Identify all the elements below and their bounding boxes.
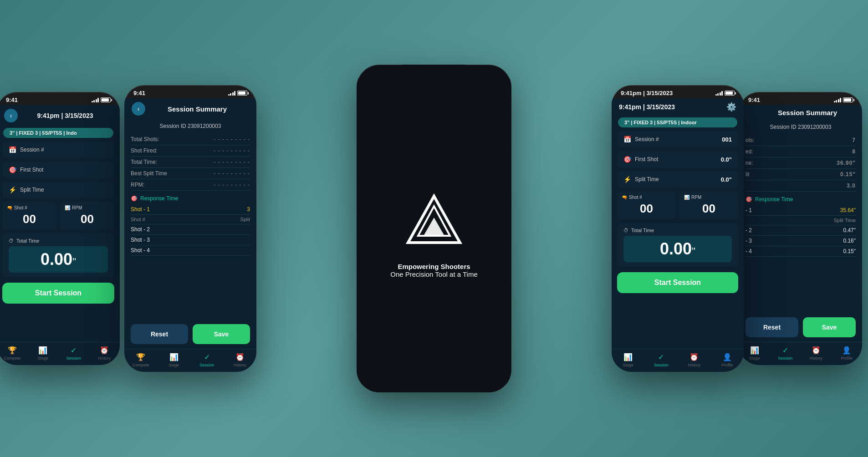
shot-label-right1: Shot # (629, 195, 642, 200)
total-shots-row-right2: ots: 7 (745, 135, 856, 146)
total-time-row-right2: ne: 36.90" (745, 157, 856, 169)
response-time-header-left1: 🎯 Response Time (131, 195, 250, 202)
total-time-label-right1: Total Time (631, 228, 654, 233)
nav-stage-right2[interactable]: 📊 Stage (739, 346, 770, 361)
shot-card-left2: 🔫 Shot # 00 (2, 202, 56, 230)
stage-icon-r2: 📊 (750, 346, 759, 355)
rpm-label-right1: RPM (691, 195, 701, 200)
bottom-nav-left2: 🏆 Compete 📊 Stage ✓ Session ⏰ History (0, 342, 120, 365)
compete-icon-l1: 🏆 (136, 353, 145, 361)
start-session-button-right1[interactable]: Start Session (617, 272, 738, 293)
tagline-2: One Precision Tool at a Time (390, 270, 477, 278)
header-right2: Session Summary (739, 105, 862, 120)
shot-label-left2: Shot # (14, 205, 27, 210)
status-bar-right2: 9:41 (739, 92, 862, 105)
start-session-button-left2[interactable]: Start Session (2, 283, 114, 304)
status-time-right1: 9:41pm | 3/15/2023 (621, 90, 673, 96)
status-time-left2: 9:41 (6, 96, 18, 103)
stage-icon-l1: 📊 (169, 353, 179, 361)
nav-stage-left2[interactable]: 📊 Stage (28, 346, 59, 361)
shot-col-headers-left1: Shot # Split (131, 215, 250, 224)
phone-right2: 9:41 Session Summary Session ID 23091200… (739, 92, 862, 365)
nav-profile-right2[interactable]: 👤 Profile (832, 346, 863, 361)
app-logo (404, 193, 464, 254)
nav-stage-left1[interactable]: 📊 Stage (158, 353, 191, 367)
response-icon-left1: 🎯 (131, 195, 138, 202)
rpm-icon-right1: 📊 (684, 195, 689, 200)
back-button-left2[interactable]: ‹ (4, 109, 18, 122)
calendar-icon-left2: 📅 (9, 146, 16, 153)
rpm-row-right2: 3.0 (745, 180, 856, 192)
phones-container: 9:41 ‹ 9:41pm | 3/15/2023 3" | FIXED 3 |… (24, 10, 844, 447)
splash-screen: Empowering Shooters One Precision Tool a… (357, 78, 511, 392)
first-shot-label-left2: First Shot (20, 167, 43, 173)
total-time-row-left1: Total Time: - - - - - - - - - (131, 157, 250, 168)
nav-session-left2[interactable]: ✓ Session (58, 346, 89, 361)
session-label-right1: Session # (635, 136, 659, 142)
notch (402, 65, 466, 78)
reset-button-left1[interactable]: Reset (131, 324, 188, 344)
status-icons-right2 (834, 97, 853, 102)
save-button-left1[interactable]: Save (193, 324, 250, 344)
header-title-right2: Session Summary (778, 109, 837, 117)
split-time-label-right1: Split Time (635, 176, 659, 183)
history-icon-r1: ⏰ (689, 353, 699, 361)
status-time-left1: 9:41 (133, 90, 145, 96)
total-time-card-right1: ⏱ Total Time 0.00" (617, 223, 738, 267)
nav-stage-right1[interactable]: 📊 Stage (612, 353, 645, 367)
split-time-label-left2: Split Time (20, 187, 44, 193)
tagline-1: Empowering Shooters (398, 263, 470, 270)
gear-icon-right1[interactable]: ⚙️ (726, 102, 736, 112)
shot4-row-left1: Shot - 4 (131, 245, 250, 256)
split-time-val-right1: 0.0" (721, 176, 732, 183)
shot-fired-row-right2: ed: 8 (745, 146, 856, 157)
rpm-row-left1: RPM: - - - - - - - - - (131, 179, 250, 191)
battery-right1 (725, 91, 735, 96)
rpm-card-left2: 📊 RPM 00 (60, 202, 114, 230)
header-date-left2: 9:41pm | 3/15/2023 (37, 112, 93, 119)
status-bar-left2: 9:41 (0, 92, 120, 105)
status-icons-right1 (715, 91, 735, 96)
nav-session-left1[interactable]: ✓ Session (190, 353, 224, 367)
nav-session-right2[interactable]: ✓ Session (770, 346, 801, 361)
nav-session-right1[interactable]: ✓ Session (645, 353, 678, 367)
phone-right1: 9:41pm | 3/15/2023 9:41pm | 3/15/2023 ⚙️… (612, 85, 744, 372)
best-split-row-left1: Best Split Time - - - - - - - - - (131, 168, 250, 179)
total-time-label-left2: Total Time (16, 238, 39, 244)
save-button-right2[interactable]: Save (803, 317, 856, 337)
bottom-nav-right1: 📊 Stage ✓ Session ⏰ History 👤 Profile (612, 349, 744, 372)
status-bar-right1: 9:41pm | 3/15/2023 (612, 85, 744, 98)
session-val-right1: 001 (722, 136, 732, 143)
rpm-value-left2: 00 (65, 212, 110, 226)
total-time-value-left2: 0.00" (9, 246, 108, 273)
back-button-left1[interactable]: ‹ (132, 102, 145, 116)
phone-left2: 9:41 ‹ 9:41pm | 3/15/2023 3" | FIXED 3 |… (0, 92, 120, 365)
session-icon-r2: ✓ (782, 346, 788, 355)
nav-history-left2[interactable]: ⏰ History (89, 346, 120, 361)
signal-bars-left2 (92, 98, 99, 102)
profile-icon-r2: 👤 (842, 346, 851, 355)
nav-compete-left2[interactable]: 🏆 Compete (0, 346, 28, 361)
session-icon-l1: ✓ (204, 353, 210, 361)
nav-history-left1[interactable]: ⏰ History (224, 353, 257, 367)
session-label-left2: Session # (20, 147, 44, 153)
gun-icon-left2: 🔫 (7, 205, 12, 210)
reset-button-right2[interactable]: Reset (745, 317, 798, 337)
clock-icon-left2: ⏱ (9, 238, 14, 244)
nav-history-right2[interactable]: ⏰ History (801, 346, 832, 361)
nav-compete-left1[interactable]: 🏆 Compete (124, 353, 158, 367)
shot4-row-right2: - 4 0.15" (745, 246, 856, 257)
bottom-nav-right2: 📊 Stage ✓ Session ⏰ History 👤 Profile (739, 342, 862, 365)
first-shot-label-right1: First Shot (635, 156, 658, 162)
stage-icon-r1: 📊 (623, 353, 633, 361)
header-left2: ‹ 9:41pm | 3/15/2023 (0, 105, 120, 126)
status-icons-left2 (92, 97, 111, 102)
phone-content-left2: ‹ 9:41pm | 3/15/2023 3" | FIXED 3 | 5S/P… (0, 105, 120, 342)
header-right1: 9:41pm | 3/15/2023 ⚙️ (612, 98, 744, 116)
rpm-label-left2: RPM (72, 205, 82, 210)
nav-profile-right1[interactable]: 👤 Profile (711, 353, 744, 367)
center-top (357, 65, 511, 78)
nav-history-right1[interactable]: ⏰ History (678, 353, 711, 367)
split-time-card-right1: ⚡ Split Time 0.0" (617, 171, 738, 188)
calendar-icon-right1: 📅 (623, 136, 631, 143)
